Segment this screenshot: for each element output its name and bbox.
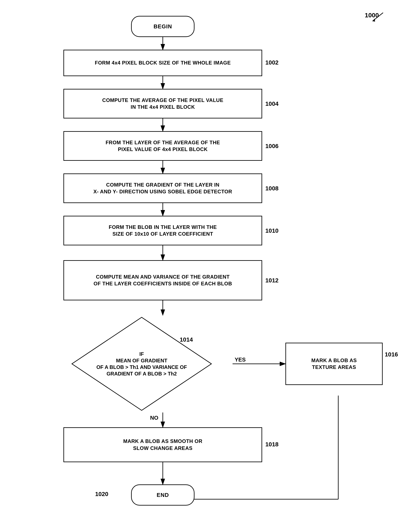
ref-1004: 1004 — [265, 101, 278, 107]
step-1008: COMPUTE THE GRADIENT OF THE LAYER INX- A… — [63, 173, 262, 203]
no-label: NO — [150, 415, 158, 421]
begin-terminal: BEGIN — [131, 16, 194, 37]
ref-1018: 1018 — [265, 441, 278, 448]
yes-label: YES — [235, 356, 246, 363]
step-1018: MARK A BLOB AS SMOOTH ORSLOW CHANGE AREA… — [63, 427, 262, 462]
step-1012: COMPUTE MEAN AND VARIANCE OF THE GRADIEN… — [63, 260, 262, 300]
ref-1006: 1006 — [265, 143, 278, 150]
end-terminal: END — [131, 484, 194, 506]
decision-text: IFMEAN OF GRADIENTOF A BLOB > Th1 AND VA… — [70, 315, 213, 412]
ref-1002: 1002 — [265, 59, 278, 66]
svg-marker-1 — [373, 19, 375, 22]
step-1006: FROM THE LAYER OF THE AVERAGE OF THEPIXE… — [63, 131, 262, 161]
step-1016: MARK A BLOB ASTEXTURE AREAS — [285, 343, 383, 385]
ref-1008: 1008 — [265, 185, 278, 192]
ref-1010: 1010 — [265, 227, 278, 234]
decision-1014: IFMEAN OF GRADIENTOF A BLOB > Th1 AND VA… — [70, 315, 213, 412]
step-1010: FORM THE BLOB IN THE LAYER WITH THESIZE … — [63, 216, 262, 245]
ref-1020: 1020 — [95, 491, 108, 498]
ref-arrow-icon — [370, 11, 387, 23]
ref-1014: 1014 — [180, 336, 193, 343]
step-1004: COMPUTE THE AVERAGE OF THE PIXEL VALUEIN… — [63, 89, 262, 119]
step-1002: FORM 4x4 PIXEL BLOCK SIZE OF THE WHOLE I… — [63, 50, 262, 76]
diagram-container: 1000 — [0, 0, 400, 532]
ref-1016: 1016 — [385, 351, 398, 358]
ref-1012: 1012 — [265, 277, 278, 284]
